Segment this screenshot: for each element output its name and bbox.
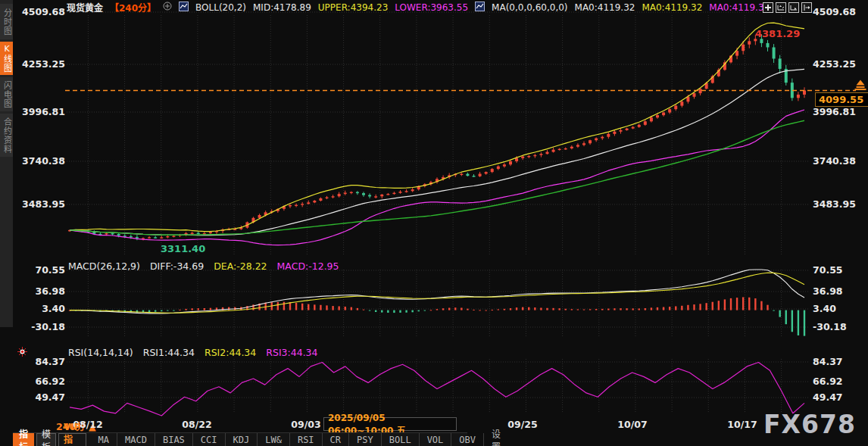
scale-left-icon[interactable] <box>776 2 786 13</box>
boll-lower-value: LOWER:3963.55 <box>395 2 468 13</box>
indicator-shortcuts: MAMACDBIASCCIKDJLW&RSICRPSYBOLLVOLOBV <box>91 433 483 446</box>
indicator-shortcut-cci[interactable]: CCI <box>192 433 225 446</box>
indicator-shortcut-cr[interactable]: CR <box>322 433 348 446</box>
scale-right-icon[interactable] <box>788 2 799 13</box>
macd-dea-value: DEA:-28.22 <box>214 260 267 272</box>
price-axis-tick: 3996.81 <box>18 106 65 117</box>
macd-axis-tick: -30.18 <box>18 321 65 332</box>
grid-split-icon[interactable] <box>763 2 773 13</box>
macd-axis-tick: 70.55 <box>18 264 65 276</box>
price-axis-tick: 3996.81 <box>813 106 867 117</box>
macd-title: MACD(26,12,9) <box>68 260 140 272</box>
interval-label: 【240分】 <box>110 1 156 14</box>
sidebar-tab-kline-chart[interactable]: K线图 <box>0 42 13 75</box>
rsi-readout: RSI(14,14,14) RSI1:44.34 RSI2:44.34 RSI3… <box>68 347 318 358</box>
macd-axis-tick: 3.40 <box>813 303 867 314</box>
macd-axis-tick: 70.55 <box>813 264 867 276</box>
symbol-name: 现货黄金 <box>67 1 103 14</box>
indicator-toolbar: 指标 模板 VIP指标 MAMACDBIASCCIKDJLW&RSICRPSYB… <box>13 432 467 446</box>
current-price-badge: 4099.55 <box>815 92 868 107</box>
toolbar-settings-button[interactable]: 设置 <box>483 433 508 446</box>
ma0-value-magenta: MA0:4119.32 <box>709 2 770 13</box>
rsi-axis-tick: 49.47 <box>18 391 65 403</box>
rsi-axis-tick: 66.92 <box>813 376 867 387</box>
indicator-shortcut-kdj[interactable]: KDJ <box>225 433 258 446</box>
indicator-shortcut-rsi[interactable]: RSI <box>289 433 322 446</box>
indicator-shortcut-macd[interactable]: MACD <box>117 433 155 446</box>
price-axis-tick: 3740.38 <box>18 155 65 167</box>
rsi-axis-tick: 84.37 <box>813 356 867 367</box>
sidebar-tab-flash-chart[interactable]: 闪电图 <box>0 77 13 111</box>
indicator-shortcut-vol[interactable]: VOL <box>419 433 451 446</box>
indicator-shortcut-psy[interactable]: PSY <box>348 433 381 446</box>
macd-axis-tick: 36.98 <box>18 285 65 297</box>
indicator-shortcut-bias[interactable]: BIAS <box>155 433 192 446</box>
boll-mid-value: MID:4178.89 <box>253 2 311 13</box>
date-tick: 10/17 <box>727 419 757 430</box>
rsi2-value: RSI2:44.34 <box>205 347 256 358</box>
rsi-axis-tick: 66.92 <box>18 376 65 387</box>
selected-bar-time-badge: 2025/09/05 06:00~10:00 五 <box>323 417 457 431</box>
chart-window-controls <box>763 2 812 13</box>
macd-diff-value: DIFF:-34.69 <box>150 260 204 272</box>
rsi-title: RSI(14,14,14) <box>68 347 133 358</box>
indicator-chart-icon[interactable] <box>179 2 189 14</box>
live-indicator-icon <box>17 347 27 357</box>
macd-axis-tick: -30.18 <box>813 321 867 332</box>
toolbar-tab-indicators[interactable]: 指标 <box>13 433 34 446</box>
date-tick: 09/25 <box>507 419 537 430</box>
price-axis-tick: 3483.95 <box>18 198 65 210</box>
indicator-shortcut-boll[interactable]: BOLL <box>381 433 419 446</box>
date-tick: 08/22 <box>182 419 211 430</box>
rsi3-value: RSI3:44.34 <box>266 347 317 358</box>
sidebar-tab-time-chart[interactable]: 分时图 <box>0 4 13 39</box>
high-price-label: 4381.29 <box>755 28 800 39</box>
price-axis-tick: 4253.25 <box>813 58 867 70</box>
date-tick: 09/03 <box>291 419 320 430</box>
fx678-watermark: FX678 <box>763 410 856 439</box>
macd-axis-tick: 3.40 <box>18 303 65 314</box>
boll-upper-value: UPPER:4394.23 <box>318 2 388 13</box>
overlay-add-icon[interactable] <box>163 2 172 13</box>
pane-expand-icon[interactable] <box>801 2 812 13</box>
price-axis-tick: 3740.38 <box>813 155 867 167</box>
ma0-value-white: MA0:4119.32 <box>575 2 635 13</box>
toolbar-tab-vip-indicators[interactable]: VIP指标 <box>58 433 86 446</box>
price-axis-tick: 4509.68 <box>18 6 65 17</box>
price-axis-tick: 3483.95 <box>813 198 867 210</box>
chart-canvas[interactable] <box>0 0 868 446</box>
rsi1-value: RSI1:44.34 <box>143 347 195 358</box>
macd-macd-value: MACD:-12.95 <box>277 260 339 272</box>
header-readout: 现货黄金 【240分】 BOLL(20,2) MID:4178.89 UPPER… <box>67 2 785 13</box>
price-axis-tick: 4253.25 <box>18 58 65 70</box>
time-axis: 240分 ▲ 08/1208/2209/0309/2510/0710/17 20… <box>0 416 868 432</box>
chart-app: 分时图 K线图 闪电图 合约资料 现货黄金 【240分】 BOLL(20,2) … <box>0 0 868 446</box>
date-tick: 10/07 <box>617 419 647 430</box>
macd-axis-tick: 36.98 <box>813 285 867 297</box>
ma0-value-yellow: MA0:4119.32 <box>642 2 702 13</box>
rsi-axis-tick: 84.37 <box>18 356 65 367</box>
indicator-shortcut-lw[interactable]: LW& <box>257 433 289 446</box>
indicator-shortcut-ma[interactable]: MA <box>91 433 117 446</box>
price-axis-tick: 4509.68 <box>813 6 867 17</box>
boll-label: BOLL(20,2) <box>195 2 246 13</box>
indicator-shortcut-obv[interactable]: OBV <box>451 433 483 446</box>
rsi-axis-tick: 49.47 <box>813 391 867 403</box>
macd-readout: MACD(26,12,9) DIFF:-34.69 DEA:-28.22 MAC… <box>68 260 339 272</box>
toolbar-tab-templates[interactable]: 模板 <box>36 433 56 446</box>
ma-group-label: MA(0,0,0,60,0,0) <box>492 2 567 13</box>
indicator-chart-icon[interactable] <box>475 2 485 14</box>
low-price-label: 3311.40 <box>161 243 205 254</box>
sidebar-tab-contract-info[interactable]: 合约资料 <box>0 114 13 157</box>
